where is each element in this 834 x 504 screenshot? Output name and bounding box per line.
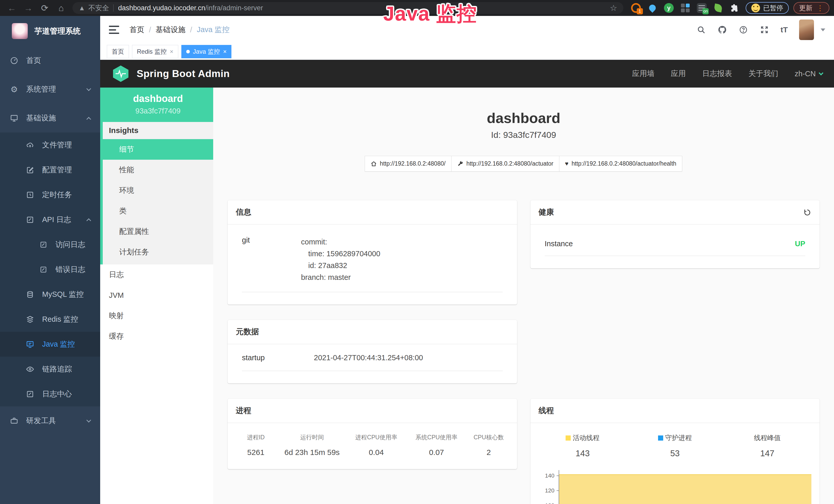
sba-item-caches[interactable]: 缓存 bbox=[100, 326, 213, 347]
sba-item-classes[interactable]: 类 bbox=[103, 201, 213, 221]
sidebar-item-file-manage[interactable]: 文件管理 bbox=[0, 133, 100, 157]
help-icon[interactable] bbox=[739, 25, 748, 35]
browser-update-button[interactable]: 更新 ⋮ bbox=[793, 2, 829, 14]
sba-item-jvm[interactable]: JVM bbox=[100, 285, 213, 305]
sba-locale-select[interactable]: zh-CN bbox=[795, 70, 823, 78]
extensions-puzzle-icon[interactable] bbox=[729, 3, 740, 13]
sba-nav-applications[interactable]: 应用 bbox=[671, 69, 686, 79]
sba-item-scheduled-tasks[interactable]: 计划任务 bbox=[103, 242, 213, 262]
system-cpu: 0.07 bbox=[407, 448, 466, 457]
sidebar-item-redis-monitor[interactable]: Redis 监控 bbox=[0, 307, 100, 332]
app-logo[interactable]: 芋道管理系统 bbox=[0, 16, 100, 46]
sidebar-item-config-manage[interactable]: 配置管理 bbox=[0, 157, 100, 182]
sba-item-config-props[interactable]: 配置属性 bbox=[103, 221, 213, 242]
threads-card-body: 活动线程 143 守护进程 53 线程峰值 147 bbox=[530, 423, 820, 504]
sba-logo-icon bbox=[111, 65, 130, 83]
sidebar-item-home[interactable]: 首页 bbox=[0, 46, 100, 75]
paused-label: 已暂停 bbox=[763, 4, 783, 13]
sba-nav-wallboard[interactable]: 应用墙 bbox=[632, 69, 655, 79]
sba-item-details[interactable]: 细节 bbox=[100, 139, 213, 160]
instance-links: http://192.168.0.2:48080/ http://192.168… bbox=[213, 156, 834, 171]
sba-item-logs[interactable]: 日志 bbox=[100, 265, 213, 285]
browser-reload-icon[interactable]: ⟳ bbox=[38, 1, 52, 15]
extension-grid-icon[interactable] bbox=[680, 3, 691, 13]
bookmark-star-icon[interactable]: ☆ bbox=[610, 3, 617, 13]
search-icon[interactable] bbox=[696, 25, 706, 35]
fullscreen-icon[interactable] bbox=[760, 25, 769, 35]
metadata-row: startup 2021-04-27T00:44:31.254+08:00 bbox=[242, 353, 503, 371]
breadcrumb: 首页 / 基础设施 / Java 监控 bbox=[129, 25, 229, 35]
process-col-header: 系统CPU使用率 bbox=[407, 433, 466, 441]
health-url-button[interactable]: ♥ http://192.168.0.2:48080/actuator/heal… bbox=[559, 156, 682, 171]
sba-instance-panel[interactable]: dashboard 93a3fc7f7409 bbox=[100, 88, 213, 122]
log-edit-icon bbox=[39, 265, 48, 274]
extension-leaf-icon[interactable] bbox=[713, 3, 724, 13]
user-menu-caret-icon[interactable] bbox=[821, 28, 825, 31]
sidebar-item-error-log[interactable]: 错误日志 bbox=[0, 257, 100, 282]
sidebar-toggle-icon[interactable] bbox=[109, 26, 119, 34]
tab-redis-monitor[interactable]: Redis 监控 × bbox=[132, 45, 178, 58]
tab-close-icon[interactable]: × bbox=[223, 48, 226, 55]
sidebar-item-api-log[interactable]: API 日志 bbox=[0, 207, 100, 232]
profile-paused-button[interactable]: 已暂停 bbox=[746, 2, 789, 14]
extension-pin-icon[interactable] bbox=[647, 3, 658, 13]
info-card-header: 信息 bbox=[227, 200, 517, 225]
sba-nav-journal[interactable]: 日志报表 bbox=[702, 69, 732, 79]
metadata-card-body: startup 2021-04-27T00:44:31.254+08:00 bbox=[227, 344, 517, 383]
browser-menu-icon[interactable]: ⋮ bbox=[816, 4, 824, 12]
sidebar-item-dev-tools[interactable]: 研发工具 bbox=[0, 407, 100, 435]
sidebar-item-scheduled-jobs[interactable]: 定时任务 bbox=[0, 182, 100, 207]
sba-item-environment[interactable]: 环境 bbox=[103, 180, 213, 201]
history-icon[interactable] bbox=[803, 208, 811, 216]
app-sidebar: 芋道管理系统 首页 ⚙ 系统管理 基础设施 文件管理 配置管理 定 bbox=[0, 16, 100, 504]
extension-y-icon[interactable]: y bbox=[663, 3, 674, 13]
info-row: git commit: time: 1596289704000 id: 27aa… bbox=[242, 236, 503, 292]
chevron-down-icon bbox=[86, 86, 91, 91]
process-card: 进程 进程ID 运行时间 进程CPU使用率 系统CPU使用率 CPU核心数 52… bbox=[227, 399, 517, 469]
sidebar-item-java-monitor[interactable]: Java 监控 bbox=[0, 332, 100, 357]
breadcrumb-infra[interactable]: 基础设施 bbox=[156, 25, 185, 35]
live-threads-area bbox=[559, 474, 812, 504]
sidebar-item-system[interactable]: ⚙ 系统管理 bbox=[0, 75, 100, 104]
instance-header: dashboard Id: 93a3fc7f7409 bbox=[213, 110, 834, 140]
monitor-icon bbox=[10, 114, 19, 122]
sidebar-item-access-log[interactable]: 访问日志 bbox=[0, 232, 100, 257]
browser-back-icon[interactable]: ← bbox=[5, 1, 19, 15]
user-avatar[interactable] bbox=[799, 20, 814, 40]
tab-close-icon[interactable]: × bbox=[170, 48, 173, 55]
tab-home[interactable]: 首页 bbox=[107, 45, 129, 58]
sidebar-item-mysql-monitor[interactable]: MySQL 监控 bbox=[0, 282, 100, 307]
process-pid: 5261 bbox=[234, 448, 278, 457]
sba-brand[interactable]: Spring Boot Admin bbox=[111, 65, 229, 83]
sba-item-mappings[interactable]: 映射 bbox=[100, 305, 213, 326]
address-bar[interactable]: ▲ 不安全 dashboard.yudao.iocoder.cn/infra/a… bbox=[72, 2, 623, 14]
tab-java-monitor[interactable]: Java 监控 × bbox=[181, 45, 232, 58]
threads-card-header: 线程 bbox=[530, 399, 820, 423]
browser-home-icon[interactable]: ⌂ bbox=[54, 1, 68, 15]
database-icon bbox=[26, 290, 35, 299]
process-col-header: 运行时间 bbox=[278, 433, 346, 441]
browser-forward-icon[interactable]: → bbox=[21, 1, 36, 15]
header-actions: tT bbox=[696, 20, 825, 40]
sba-item-metrics[interactable]: 性能 bbox=[103, 160, 213, 180]
daemon-threads-value: 53 bbox=[629, 449, 721, 458]
log-edit-icon bbox=[26, 215, 35, 224]
update-label: 更新 bbox=[799, 4, 812, 13]
sidebar-item-infra[interactable]: 基础设施 bbox=[0, 104, 100, 133]
extension-orange-icon[interactable]: 1 bbox=[631, 3, 641, 13]
sidebar-item-tracing[interactable]: 链路追踪 bbox=[0, 357, 100, 382]
sba-plain-group: 日志 JVM 映射 缓存 bbox=[100, 265, 213, 347]
sidebar-item-log-center[interactable]: 日志中心 bbox=[0, 382, 100, 407]
log-edit-icon bbox=[26, 390, 35, 398]
clock-icon bbox=[26, 190, 35, 199]
info-card: 信息 git commit: time: 1596289704000 id: 2… bbox=[227, 200, 517, 304]
breadcrumb-home[interactable]: 首页 bbox=[129, 25, 144, 35]
legend-yellow-swatch bbox=[566, 435, 571, 441]
github-icon[interactable] bbox=[717, 25, 727, 35]
service-url-button[interactable]: http://192.168.0.2:48080/ bbox=[365, 156, 452, 171]
eye-icon bbox=[26, 365, 35, 373]
font-size-icon[interactable]: tT bbox=[781, 25, 788, 34]
sba-nav-about[interactable]: 关于我们 bbox=[748, 69, 778, 79]
actuator-url-button[interactable]: http://192.168.0.2:48080/actuator bbox=[451, 156, 559, 171]
extension-list-icon[interactable]: on bbox=[696, 3, 707, 13]
